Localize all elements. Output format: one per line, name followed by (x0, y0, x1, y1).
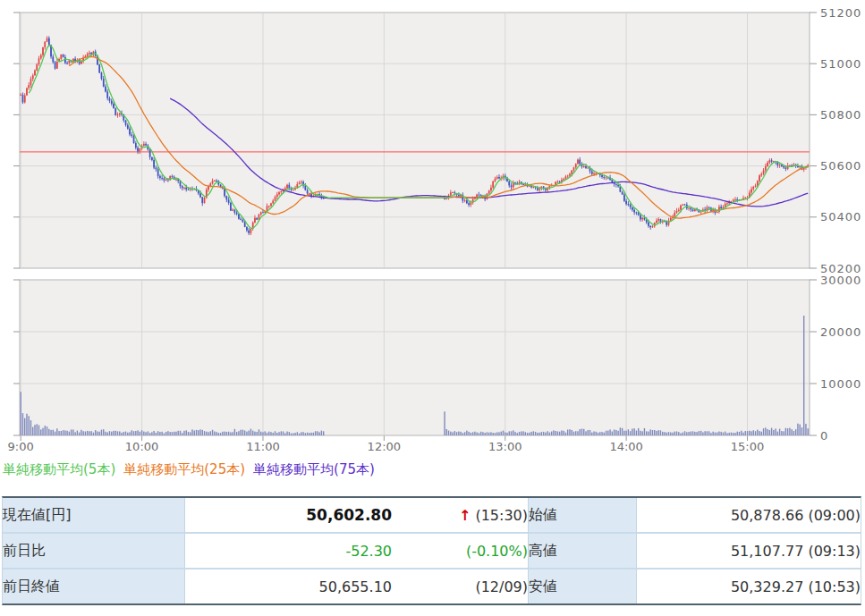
table-row: 前日終値 50,655.10 (12/09) 安値 50,329.27 (10:… (3, 570, 861, 603)
legend-ma25-label: 単純移動平均(25本) (123, 461, 245, 477)
current-price-time: (15:30) (475, 507, 528, 524)
current-price-value: 50,602.80 (306, 506, 392, 524)
table-row: 前日比 -52.30 (-0.10%) 高値 51,107.77 (09:13) (3, 534, 861, 570)
prev-close-cell: 50,655.10 (12/09) (185, 570, 529, 603)
high-label: 高値 (529, 534, 637, 570)
day-change-value: -52.30 (345, 543, 392, 560)
low-value: 50,329.27 (10:53) (637, 570, 861, 603)
prev-close-value: 50,655.10 (319, 578, 392, 595)
svg-text:13:00: 13:00 (488, 440, 522, 453)
open-value: 50,878.66 (09:00) (637, 498, 861, 534)
svg-text:30000: 30000 (820, 274, 861, 287)
svg-text:10000: 10000 (820, 377, 861, 391)
day-change-label: 前日比 (3, 534, 185, 570)
svg-text:0: 0 (820, 429, 828, 443)
svg-text:14:00: 14:00 (609, 440, 642, 453)
svg-text:10:00: 10:00 (125, 440, 158, 453)
svg-text:20000: 20000 (820, 325, 861, 339)
low-label: 安値 (529, 570, 637, 603)
legend-ma75-label: 単純移動平均(75本) (253, 461, 375, 477)
table-row: 現在値[円] 50,602.80 ↑(15:30) 始値 50,878.66 (… (3, 498, 861, 534)
price-volume-chart: 9:0010:0011:0012:0013:0014:0015:00512005… (0, 0, 865, 458)
svg-text:51200: 51200 (820, 6, 861, 20)
current-price-cell: 50,602.80 ↑(15:30) (185, 498, 529, 534)
day-change-percent: (-0.10%) (392, 543, 528, 560)
quote-summary-table: 現在値[円] 50,602.80 ↑(15:30) 始値 50,878.66 (… (2, 496, 861, 605)
svg-text:50400: 50400 (820, 210, 861, 224)
svg-text:15:00: 15:00 (731, 440, 764, 453)
ma-legend: 単純移動平均(5本)単純移動平均(25本)単純移動平均(75本) (3, 460, 865, 478)
prev-close-label: 前日終値 (3, 570, 185, 603)
svg-text:11:00: 11:00 (246, 440, 279, 453)
high-value: 51,107.77 (09:13) (637, 534, 861, 570)
uptick-arrow-icon: ↑ (459, 507, 471, 524)
svg-text:50600: 50600 (820, 159, 861, 173)
legend-ma5-label: 単純移動平均(5本) (3, 461, 115, 477)
current-price-label: 現在値[円] (3, 498, 185, 534)
day-change-cell: -52.30 (-0.10%) (185, 534, 529, 570)
svg-text:12:00: 12:00 (368, 440, 401, 453)
open-label: 始値 (529, 498, 637, 534)
svg-text:51000: 51000 (820, 57, 861, 71)
svg-text:50800: 50800 (820, 108, 861, 122)
prev-close-date: (12/09) (392, 578, 528, 595)
svg-text:9:00: 9:00 (8, 440, 34, 453)
